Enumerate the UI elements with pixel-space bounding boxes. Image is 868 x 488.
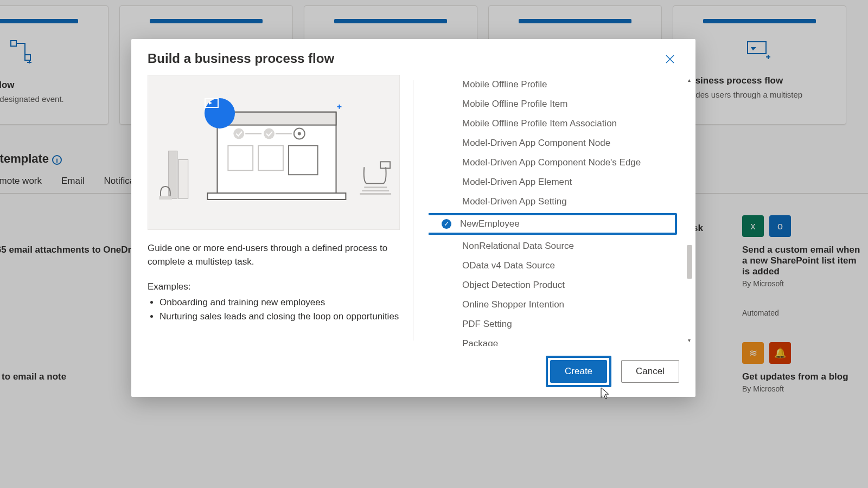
check-icon: ✓ — [442, 219, 451, 229]
entity-label: Model-Driven App Component Node's Edge — [462, 157, 641, 168]
entity-option[interactable]: Model-Driven App Component Node — [429, 133, 675, 153]
entity-option[interactable]: OData v4 Data Source — [429, 256, 675, 275]
scrollbar[interactable]: ▴ ▾ — [686, 77, 693, 344]
modal-footer: Create Cancel — [131, 346, 695, 397]
entity-option[interactable]: Object Detection Product — [429, 275, 675, 295]
svg-point-13 — [233, 129, 244, 139]
examples-list: Onboarding and training new employees Nu… — [159, 296, 400, 323]
bpf-badge-icon — [205, 98, 235, 129]
scroll-down-icon[interactable]: ▾ — [686, 337, 692, 344]
entity-option[interactable]: NonRelational Data Source — [429, 236, 675, 256]
entity-label: Model-Driven App Setting — [462, 196, 567, 207]
entity-option[interactable]: Mobile Offline Profile Item Association — [429, 114, 675, 133]
entity-list[interactable]: Mobile Offline ProfileMobile Offline Pro… — [429, 75, 680, 346]
scroll-up-icon[interactable]: ▴ — [686, 77, 692, 84]
cancel-button[interactable]: Cancel — [621, 360, 679, 383]
entity-label: OData v4 Data Source — [462, 260, 555, 271]
svg-rect-31 — [380, 162, 390, 168]
bpf-illustration — [148, 75, 400, 230]
entity-label: Mobile Offline Profile Item — [462, 99, 567, 109]
entity-option[interactable]: ✓NewEmployee — [429, 213, 677, 235]
entity-label: Mobile Offline Profile — [462, 79, 547, 89]
create-highlight: Create — [546, 356, 611, 387]
create-button[interactable]: Create — [550, 360, 607, 383]
entity-option[interactable]: PDF Setting — [429, 314, 675, 334]
examples-label: Examples: — [148, 281, 400, 292]
entity-option[interactable]: Mobile Offline Profile — [429, 75, 675, 94]
svg-rect-27 — [159, 196, 172, 200]
svg-point-18 — [298, 132, 301, 136]
entity-label: Object Detection Product — [462, 280, 565, 290]
modal-description: Guide one or more end-users through a de… — [148, 242, 400, 268]
entity-label: NonRelational Data Source — [462, 241, 574, 251]
entity-option[interactable]: Model-Driven App Setting — [429, 192, 675, 211]
svg-rect-29 — [362, 190, 389, 191]
entity-option[interactable]: Mobile Offline Profile Item — [429, 94, 675, 114]
entity-option[interactable]: Model-Driven App Element — [429, 172, 675, 192]
svg-rect-26 — [178, 159, 188, 198]
close-icon — [665, 54, 675, 64]
laptop-illustration — [148, 75, 399, 230]
entity-picker-pane: Mobile Offline ProfileMobile Offline Pro… — [413, 75, 695, 346]
build-bpf-modal: Build a business process flow — [131, 39, 695, 397]
entity-label: Package — [462, 338, 498, 346]
entity-label: Mobile Offline Profile Item Association — [462, 118, 617, 129]
modal-title: Build a business process flow — [148, 51, 334, 66]
entity-label: Online Shopper Intention — [462, 299, 564, 310]
entity-label: PDF Setting — [462, 319, 512, 329]
modal-left-pane: Guide one or more end-users through a de… — [148, 75, 413, 346]
entity-option[interactable]: Package — [429, 334, 675, 346]
example-item: Nurturing sales leads and closing the lo… — [159, 310, 400, 324]
entity-label: Model-Driven App Component Node — [462, 138, 610, 148]
svg-rect-12 — [217, 112, 336, 125]
entity-option[interactable]: Model-Driven App Component Node's Edge — [429, 153, 675, 172]
svg-rect-28 — [360, 193, 391, 195]
entity-label: NewEmployee — [460, 219, 520, 229]
close-button[interactable] — [661, 51, 679, 69]
svg-rect-30 — [364, 187, 387, 188]
entity-label: Model-Driven App Element — [462, 177, 572, 187]
svg-point-15 — [264, 129, 275, 139]
scroll-thumb[interactable] — [687, 245, 692, 279]
svg-rect-11 — [208, 193, 346, 200]
entity-option[interactable]: Online Shopper Intention — [429, 295, 675, 314]
example-item: Onboarding and training new employees — [159, 296, 400, 310]
